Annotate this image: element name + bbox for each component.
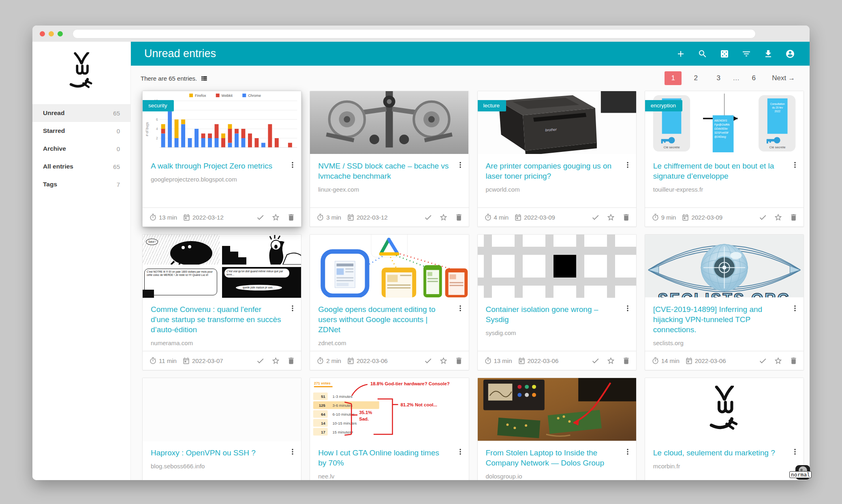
favorite-icon[interactable] bbox=[439, 213, 448, 222]
entry-preview-image[interactable]: SECLISTS.ORG bbox=[645, 235, 804, 298]
entry-title-link[interactable]: Google opens document editing to users w… bbox=[318, 304, 449, 335]
search-icon[interactable] bbox=[698, 49, 707, 59]
mark-as-read-icon[interactable] bbox=[591, 357, 600, 365]
delete-icon[interactable] bbox=[789, 213, 798, 222]
url-bar[interactable] bbox=[73, 29, 756, 38]
favorite-icon[interactable] bbox=[774, 213, 782, 222]
delete-icon[interactable] bbox=[622, 357, 630, 365]
entry-source: linux-geex.com bbox=[318, 186, 461, 193]
mark-as-read-icon[interactable] bbox=[256, 213, 265, 222]
entry-menu-kebab-icon[interactable] bbox=[456, 160, 465, 170]
entry-title-link[interactable]: Haproxy : OpenVPN ou SSH ? bbox=[151, 448, 282, 458]
sidebar-item-unread[interactable]: Unread 65 bbox=[32, 104, 130, 122]
account-icon[interactable] bbox=[785, 49, 795, 59]
entry-preview-image[interactable] bbox=[310, 91, 468, 154]
entry-menu-kebab-icon[interactable] bbox=[623, 303, 632, 313]
entry-preview-image[interactable]: 271 votes 51 1-3 minutes 125 3-6 minutes… bbox=[310, 378, 468, 441]
entry-date: 2022-03-09 bbox=[682, 214, 722, 221]
favorite-icon[interactable] bbox=[774, 357, 782, 365]
sidebar-item-archive[interactable]: Archive 0 bbox=[32, 140, 130, 158]
entry-preview-image[interactable] bbox=[478, 235, 636, 298]
sidebar-item-tags[interactable]: Tags 7 bbox=[32, 175, 130, 193]
random-icon[interactable] bbox=[720, 49, 729, 59]
entry-menu-kebab-icon[interactable] bbox=[791, 160, 799, 170]
favorite-icon[interactable] bbox=[439, 357, 448, 365]
entry-menu-kebab-icon[interactable] bbox=[288, 160, 297, 170]
entry-source: numerama.com bbox=[151, 340, 294, 346]
svg-text:Firefox: Firefox bbox=[195, 94, 206, 98]
delete-icon[interactable] bbox=[287, 357, 295, 365]
entry-title-link[interactable]: [CVE-2019-14899] Inferring and hijacking… bbox=[653, 304, 784, 335]
mark-as-read-icon[interactable] bbox=[759, 213, 767, 222]
entry-title-link[interactable]: Le chiffrement de bout en bout et la sig… bbox=[653, 161, 784, 181]
maximize-window-button[interactable] bbox=[58, 31, 63, 36]
entry-title-link[interactable]: Are printer companies gouging us on lase… bbox=[486, 161, 617, 181]
pagination-page-2[interactable]: 2 bbox=[687, 71, 704, 85]
entry-title-link[interactable]: Le cloud, seulement du marketing ? bbox=[653, 448, 784, 458]
svg-text:35.1%: 35.1% bbox=[359, 410, 372, 415]
entry-menu-kebab-icon[interactable] bbox=[623, 160, 632, 170]
calendar-icon bbox=[347, 214, 355, 221]
favorite-icon[interactable] bbox=[607, 213, 615, 222]
favorite-icon[interactable] bbox=[271, 357, 280, 365]
pagination-next[interactable]: Next → bbox=[772, 74, 795, 82]
favorite-icon[interactable] bbox=[607, 357, 615, 365]
mark-as-read-icon[interactable] bbox=[256, 357, 265, 365]
reading-time: 4 min bbox=[484, 214, 509, 221]
sidebar-item-all-entries[interactable]: All entries 65 bbox=[32, 158, 130, 175]
delete-icon[interactable] bbox=[455, 213, 463, 222]
close-window-button[interactable] bbox=[40, 31, 45, 36]
mark-as-read-icon[interactable] bbox=[424, 213, 432, 222]
entry-title-link[interactable]: From Stolen Laptop to Inside the Company… bbox=[486, 448, 617, 468]
export-icon[interactable] bbox=[763, 49, 773, 59]
entry-menu-kebab-icon[interactable] bbox=[791, 447, 799, 457]
entry-menu-kebab-icon[interactable] bbox=[623, 447, 632, 457]
svg-text:17: 17 bbox=[321, 430, 325, 434]
entry-title-link[interactable]: Comme Convenu : quand l'enfer d'une star… bbox=[151, 304, 282, 335]
sidebar-item-label: Tags bbox=[43, 181, 57, 188]
reading-time: 14 min bbox=[652, 357, 680, 365]
entry-title-link[interactable]: NVME / SSD block cache – bcache vs lvmca… bbox=[318, 161, 449, 181]
list-view-toggle-icon[interactable] bbox=[200, 75, 208, 82]
entry-preview-image[interactable]: Salut ! C'est NOTRE lit !!! Et on paie 1… bbox=[143, 235, 301, 298]
sidebar-item-starred[interactable]: Starred 0 bbox=[32, 122, 130, 140]
entry-menu-kebab-icon[interactable] bbox=[288, 303, 297, 313]
browser-window: Unread 65 Starred 0 Archive 0 All entrie… bbox=[32, 26, 810, 480]
entry-date: 2022-03-12 bbox=[347, 214, 388, 221]
mark-as-read-icon[interactable] bbox=[424, 357, 432, 365]
entry-title-link[interactable]: How I cut GTA Online loading times by 70… bbox=[318, 448, 449, 468]
delete-icon[interactable] bbox=[622, 213, 630, 222]
entry-preview-image[interactable] bbox=[310, 235, 468, 298]
entry-preview-image[interactable] bbox=[478, 378, 636, 441]
entry-title-link[interactable]: Container isolation gone wrong – Sysdig bbox=[486, 304, 617, 325]
entry-preview-image[interactable] bbox=[143, 378, 301, 441]
pagination-page-1[interactable]: 1 bbox=[665, 71, 682, 85]
entry-preview-image[interactable] bbox=[645, 378, 804, 441]
delete-icon[interactable] bbox=[287, 213, 295, 222]
favorite-icon[interactable] bbox=[271, 213, 280, 222]
mark-as-read-icon[interactable] bbox=[759, 357, 767, 365]
entry-menu-kebab-icon[interactable] bbox=[456, 447, 465, 457]
mark-as-read-icon[interactable] bbox=[591, 213, 600, 222]
entry-menu-kebab-icon[interactable] bbox=[791, 303, 799, 313]
tag-chip-encryption[interactable]: encryption bbox=[645, 100, 682, 111]
card-body: Google opens document editing to users w… bbox=[310, 298, 468, 351]
add-icon[interactable] bbox=[676, 49, 686, 59]
delete-icon[interactable] bbox=[455, 357, 463, 365]
entry-source: seclists.org bbox=[653, 340, 796, 346]
svg-text:Sad.: Sad. bbox=[359, 416, 369, 421]
tag-chip-security[interactable]: security bbox=[143, 100, 174, 111]
entry-menu-kebab-icon[interactable] bbox=[456, 303, 465, 313]
minimize-window-button[interactable] bbox=[49, 31, 54, 36]
entry-source: touilleur-express.fr bbox=[653, 186, 796, 193]
pagination-page-6[interactable]: 6 bbox=[745, 71, 762, 85]
stopwatch-icon bbox=[484, 357, 492, 365]
delete-icon[interactable] bbox=[789, 357, 798, 365]
pagination-page-3[interactable]: 3 bbox=[710, 71, 727, 85]
tag-chip-lecture[interactable]: lecture bbox=[478, 100, 506, 111]
entry-title-link[interactable]: A walk through Project Zero metrics bbox=[151, 161, 282, 171]
stopwatch-icon bbox=[316, 357, 324, 365]
filter-icon[interactable] bbox=[742, 49, 751, 59]
entry-menu-kebab-icon[interactable] bbox=[288, 447, 297, 457]
card-footer: 13 min 2022-03-06 bbox=[478, 351, 636, 370]
